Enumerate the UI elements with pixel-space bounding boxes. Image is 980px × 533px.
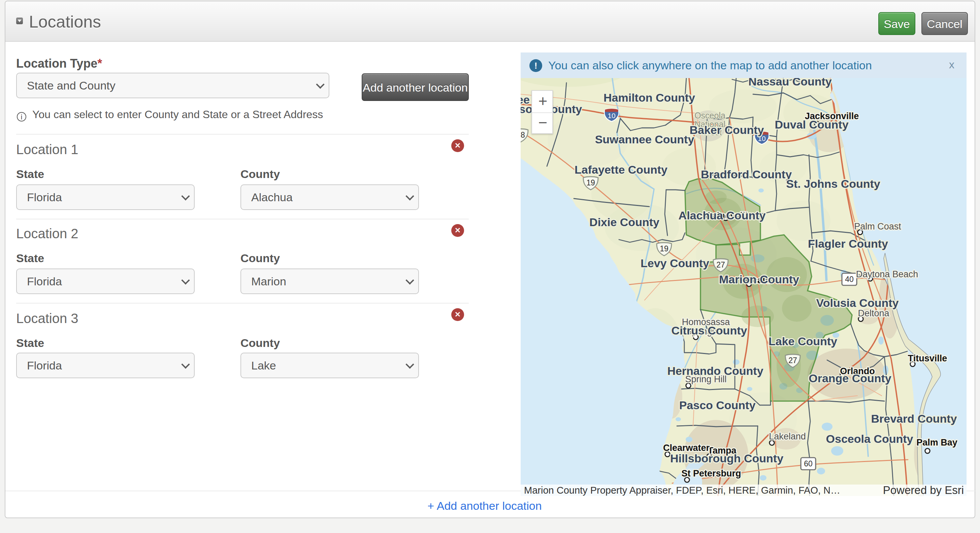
svg-text:Brevard County: Brevard County [871, 412, 957, 425]
svg-text:98: 98 [521, 130, 525, 139]
svg-text:Suwannee County: Suwannee County [595, 133, 694, 146]
svg-text:Lakeland: Lakeland [769, 431, 806, 441]
svg-text:Citrus County: Citrus County [671, 324, 747, 337]
svg-text:Pasco County: Pasco County [679, 399, 756, 411]
svg-text:27: 27 [716, 260, 725, 269]
svg-text:St. Johns County: St. Johns County [786, 177, 880, 190]
svg-text:19: 19 [660, 244, 668, 253]
svg-text:Dixie County: Dixie County [589, 216, 659, 228]
svg-text:Levy County: Levy County [641, 257, 709, 270]
svg-text:St Petersburg: St Petersburg [681, 468, 741, 479]
svg-text:Alachua County: Alachua County [679, 209, 766, 222]
svg-text:Deltona: Deltona [858, 308, 889, 318]
svg-text:Hillsborough County: Hillsborough County [670, 452, 783, 465]
svg-text:Palm Coast: Palm Coast [854, 221, 901, 232]
svg-text:Marion County: Marion County [719, 273, 799, 286]
svg-text:60: 60 [804, 459, 813, 468]
svg-text:Palm Bay: Palm Bay [916, 438, 958, 447]
svg-text:Lafayette County: Lafayette County [574, 163, 668, 176]
svg-text:27: 27 [788, 356, 797, 365]
svg-text:Volusia County: Volusia County [816, 297, 899, 309]
svg-text:Titusville: Titusville [908, 353, 947, 363]
svg-text:Hamilton County: Hamilton County [603, 91, 695, 104]
svg-text:Clearwater: Clearwater [663, 443, 710, 453]
svg-text:Lake County: Lake County [768, 335, 837, 347]
svg-text:Osceola County: Osceola County [826, 432, 913, 445]
svg-text:Orange County: Orange County [808, 372, 891, 385]
svg-text:Duval County: Duval County [775, 118, 848, 131]
svg-text:Daytona Beach: Daytona Beach [856, 269, 918, 279]
svg-text:Flagler County: Flagler County [808, 237, 888, 250]
svg-text:Bradford County: Bradford County [701, 168, 792, 181]
svg-text:19: 19 [586, 178, 595, 187]
svg-text:Hernando County: Hernando County [667, 365, 763, 377]
svg-text:ee: ee [521, 93, 530, 106]
svg-text:Baker County: Baker County [689, 124, 764, 136]
svg-text:Osceola: Osceola [694, 111, 725, 120]
svg-text:10: 10 [608, 112, 615, 119]
svg-text:40: 40 [845, 275, 854, 284]
